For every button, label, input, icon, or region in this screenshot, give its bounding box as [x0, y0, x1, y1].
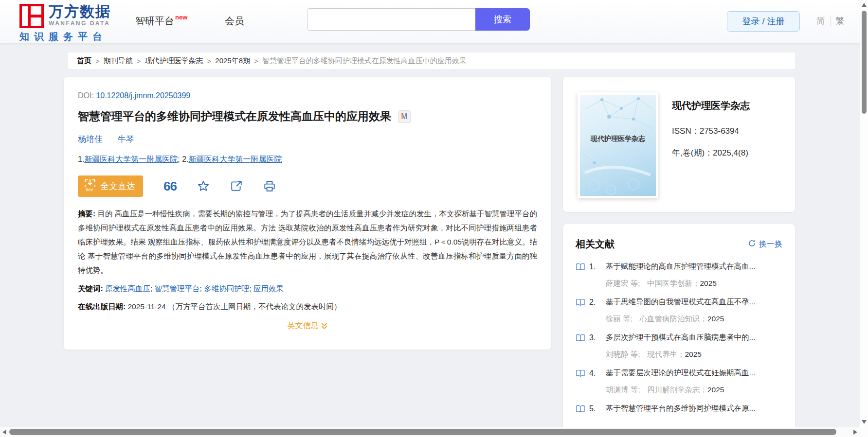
wanfang-logo[interactable]: 万方数据 WANFANG DATA 知识服务平台 — [19, 4, 111, 43]
scroll-right-arrow[interactable] — [853, 430, 857, 435]
related-item-number: 3. — [589, 333, 606, 342]
print-icon[interactable] — [263, 180, 276, 192]
cite-icon[interactable]: 66 — [163, 181, 177, 192]
related-item-year: 2025 — [707, 385, 724, 394]
brand-name-en: WANFANG DATA — [49, 20, 111, 27]
article-title-row: 智慧管理平台的多维协同护理模式在原发性高血压中的应用效果 M — [78, 109, 537, 124]
journal-name[interactable]: 现代护理医学杂志 — [672, 99, 750, 112]
page-title: 智慧管理平台的多维协同护理模式在原发性高血压中的应用效果 — [78, 109, 391, 124]
related-item-year: 2025 — [700, 279, 716, 287]
scroll-down-arrow[interactable] — [862, 420, 867, 424]
related-item-title[interactable]: 基于需要层次理论的护理模式在妊娠期高血... — [606, 368, 755, 378]
horizontal-scrollbar-thumb[interactable] — [9, 429, 836, 435]
lang-simplified[interactable]: 简 — [816, 16, 831, 26]
affiliation-separator: ; — [178, 155, 182, 163]
related-item-number: 4. — [589, 369, 606, 378]
svg-text:free: free — [86, 187, 93, 192]
doi-line: DOI: 10.12208/j.jmnm.20250399 — [78, 91, 537, 100]
affiliation-link[interactable]: 新疆医科大学第一附属医院 — [84, 155, 178, 163]
wanfang-logo-icon — [19, 4, 44, 28]
favorite-star-icon[interactable] — [197, 180, 210, 192]
free-download-icon: free — [84, 178, 100, 194]
breadcrumb-separator: > — [95, 57, 100, 65]
online-date-note: （万方平台首次上网日期，不代表论文的发表时间） — [168, 302, 342, 311]
chevron-double-down-icon — [319, 321, 328, 330]
related-item-journal[interactable]: 心血管病防治知识 — [639, 315, 700, 323]
horizontal-scrollbar[interactable] — [0, 427, 868, 437]
related-item-authors[interactable]: 刘晓静 等; — [606, 350, 640, 358]
related-item-authors[interactable]: 徐丽 等; — [606, 315, 633, 323]
keywords-label: 关键词: — [78, 284, 103, 293]
journal-cover[interactable]: 现代护理医学杂志 — [578, 92, 658, 198]
fulltext-button[interactable]: free 全文直达 — [78, 175, 143, 197]
keyword-link[interactable]: 应用效果 — [253, 284, 284, 293]
doi-link[interactable]: 10.12208/j.jmnm.20250399 — [96, 91, 190, 100]
related-item-title[interactable]: 多层次护理干预模式在高血压脑病患者中的... — [606, 332, 755, 343]
related-article-item: 4. 基于需要层次理论的护理模式在妊娠期高血... 胡渊博 等; 四川解剖学杂志… — [576, 368, 782, 395]
english-info-toggle[interactable]: 英文信息 — [78, 321, 537, 331]
abstract-text: 目的 高血压是一种慢性疾病，需要长期的监控与管理，为了提高患者的生活质量并减少并… — [78, 210, 537, 274]
related-item-title[interactable]: 基于赋能理论的高血压护理管理模式在高血... — [606, 262, 755, 272]
search-input[interactable] — [307, 8, 475, 31]
abstract: 摘要: 目的 高血压是一种慢性疾病，需要长期的监控与管理，为了提高患者的生活质量… — [78, 207, 537, 277]
nav-member[interactable]: 会员 — [225, 15, 244, 28]
language-switch: 简繁 — [816, 15, 844, 27]
online-date-value: 2025-11-24 — [127, 302, 165, 311]
book-icon — [576, 298, 585, 307]
author-link[interactable]: 牛琴 — [118, 135, 134, 144]
related-item-year: 2025 — [685, 350, 701, 358]
keyword-link[interactable]: 多维协同护理 — [204, 284, 249, 293]
breadcrumb-issue[interactable]: 2025年8期 — [215, 56, 250, 66]
book-icon — [576, 333, 585, 342]
article-toolbar: free 全文直达 66 — [78, 175, 537, 197]
book-icon — [576, 369, 585, 378]
breadcrumb-separator: > — [254, 57, 258, 65]
related-item-journal[interactable]: 四川解剖学杂志 — [647, 385, 700, 394]
search-button[interactable]: 搜索 — [475, 8, 530, 31]
related-item-journal[interactable]: 现代养生 — [647, 350, 677, 358]
scroll-left-arrow[interactable] — [2, 430, 6, 435]
related-item-authors[interactable]: 薛建宏 等; — [606, 279, 640, 287]
breadcrumb-home[interactable]: 首页 — [77, 56, 91, 66]
breadcrumb-separator: > — [207, 57, 212, 65]
m-metrics-icon[interactable]: M — [398, 110, 411, 123]
related-article-item: 1. 基于赋能理论的高血压护理管理模式在高血... 薛建宏 等; 中国医学创新；… — [576, 262, 782, 289]
top-header: 万方数据 WANFANG DATA 知识服务平台 智研平台new 会员 搜索 登… — [0, 0, 868, 43]
related-articles-list: 1. 基于赋能理论的高血压护理管理模式在高血... 薛建宏 等; 中国医学创新；… — [576, 262, 782, 414]
breadcrumb-journal[interactable]: 现代护理医学杂志 — [145, 56, 203, 66]
keyword-link[interactable]: 智慧管理平台 — [155, 284, 200, 293]
share-export-icon[interactable] — [230, 180, 243, 192]
nav-zhiyan-platform[interactable]: 智研平台new — [135, 15, 186, 28]
book-icon — [576, 262, 585, 271]
abstract-label: 摘要: — [78, 210, 95, 218]
brand-name: 万方数据 — [49, 4, 111, 19]
refresh-related-button[interactable]: 换一换 — [748, 239, 782, 249]
vertical-scrollbar-thumb[interactable] — [862, 11, 867, 114]
online-date-label: 在线出版日期: — [78, 302, 126, 311]
breadcrumb-journal-nav[interactable]: 期刊导航 — [104, 56, 133, 66]
related-item-title[interactable]: 基于智慧管理平台的多维协同护理模式在原... — [606, 403, 755, 414]
journal-info-card: 现代护理医学杂志 现代护理医学杂志 ISSN：2753-6394 年,卷(期)：… — [563, 77, 795, 212]
login-register-button[interactable]: 登录 / 注册 — [727, 11, 800, 32]
author-link[interactable]: 杨培佳 — [78, 135, 103, 144]
lang-traditional[interactable]: 繁 — [831, 16, 844, 26]
online-publish-date-row: 在线出版日期: 2025-11-24 （万方平台首次上网日期，不代表论文的发表时… — [78, 302, 537, 312]
affiliation-link[interactable]: 新疆医科大学第一附属医院 — [189, 155, 282, 163]
related-item-number: 2. — [589, 298, 606, 307]
vertical-scrollbar[interactable] — [860, 0, 868, 427]
breadcrumb-separator: > — [137, 57, 141, 65]
affiliation-number: 1. — [78, 155, 84, 163]
related-item-authors[interactable]: 胡渊博 等; — [606, 385, 640, 394]
related-item-journal[interactable]: 中国医学创新 — [647, 279, 692, 287]
affiliation-list: 1.新疆医科大学第一附属医院; 2.新疆医科大学第一附属医院 — [78, 155, 537, 165]
keyword-link[interactable]: 原发性高血压 — [105, 284, 150, 293]
article-detail-card: DOI: 10.12208/j.jmnm.20250399 智慧管理平台的多维协… — [64, 77, 551, 350]
breadcrumb: 首页 > 期刊导航 > 现代护理医学杂志 > 2025年8期 > 智慧管理平台的… — [68, 52, 795, 69]
affiliation-number: 2. — [182, 155, 188, 163]
related-item-title[interactable]: 基于思维导图的自我管理模式在高血压不孕... — [606, 297, 755, 307]
brand-tagline: 知识服务平台 — [19, 30, 111, 43]
book-icon — [576, 404, 585, 413]
author-list: 杨培佳 牛琴 — [78, 134, 537, 145]
refresh-icon — [748, 239, 759, 249]
scroll-up-arrow[interactable] — [862, 3, 867, 7]
